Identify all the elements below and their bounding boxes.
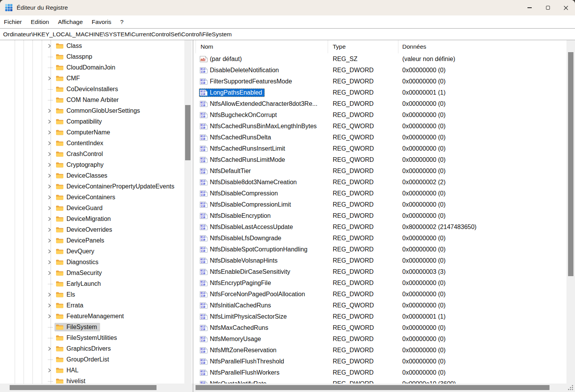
resize-grip-icon[interactable] (568, 385, 573, 390)
chevron-right-icon[interactable] (48, 335, 54, 341)
values-vertical-scrollbar-thumb[interactable] (568, 52, 573, 276)
value-row-ntfsdisable8dot3namecreation[interactable]: ab 011 110 NtfsDisable8dot3NameCreation … (193, 176, 575, 188)
tree-item-devicecontainerpropertyupdateevents[interactable]: DeviceContainerPropertyUpdateEvents (0, 181, 193, 192)
values-horizontal-scrollbar[interactable] (193, 384, 566, 392)
value-row-ntfsforcenonpagedpoolallocation[interactable]: ab 011 110 NtfsForceNonPagedPoolAllocati… (193, 288, 575, 300)
value-row-par-d-faut[interactable]: ab 011 110 (par défaut) REG_SZ (valeur n… (193, 53, 575, 64)
value-row-ntfsenabledircasesensitivity[interactable]: ab 011 110 NtfsEnableDirCaseSensitivity … (193, 266, 575, 277)
value-row-ntfsparallelflushworkers[interactable]: ab 011 110 NtfsParallelFlushWorkers REG_… (193, 367, 575, 378)
tree-item-hal[interactable]: HAL (0, 365, 193, 376)
tree-item-commonglobusersettings[interactable]: CommonGlobUserSettings (0, 105, 193, 116)
tree-item-dmasecurity[interactable]: DmaSecurity (0, 268, 193, 278)
chevron-right-icon[interactable] (48, 324, 54, 330)
tree-item-deviceoverrides[interactable]: DeviceOverrides (0, 224, 193, 235)
value-row-disabledeletenotification[interactable]: ab 011 110 DisableDeleteNotification REG… (193, 64, 575, 76)
chevron-right-icon[interactable] (48, 292, 54, 297)
close-button[interactable] (557, 0, 575, 15)
value-row-ntfsdisablevolsnaphints[interactable]: ab 011 110 NtfsDisableVolsnapHints REG_D… (193, 255, 575, 266)
value-row-ntfsmemoryusage[interactable]: ab 011 110 NtfsMemoryUsage REG_DWORD 0x0… (193, 333, 575, 344)
chevron-right-icon[interactable] (48, 205, 54, 211)
tree-item-grouporderlist[interactable]: GroupOrderList (0, 354, 193, 365)
value-row-longpathsenabled[interactable]: ab 011 110 LongPathsEnabled REG_DWORD 0x… (193, 87, 575, 98)
tree-item-devicemigration[interactable]: DeviceMigration (0, 214, 193, 224)
chevron-right-icon[interactable] (48, 108, 54, 114)
value-row-ntfsmftzonereservation[interactable]: ab 011 110 NtfsMftZoneReservation REG_DW… (193, 344, 575, 356)
tree-item-devicecontainers[interactable]: DeviceContainers (0, 192, 193, 203)
value-row-ntfsdisableencryption[interactable]: ab 011 110 NtfsDisableEncryption REG_DWO… (193, 210, 575, 221)
chevron-right-icon[interactable] (48, 173, 54, 178)
tree-item-compatibility[interactable]: Compatibility (0, 116, 193, 127)
menu-edition[interactable]: Edition (31, 19, 49, 25)
value-row-ntfsdisablecompressionlimit[interactable]: ab 011 110 NtfsDisableCompressionLimit R… (193, 199, 575, 210)
value-row-ntfsdisablelfsdowngrade[interactable]: ab 011 110 NtfsDisableLfsDowngrade REG_D… (193, 232, 575, 244)
chevron-right-icon[interactable] (48, 184, 54, 189)
value-row-ntfsdisablecompression[interactable]: ab 011 110 NtfsDisableCompression REG_DW… (193, 188, 575, 199)
tree-item-cmf[interactable]: CMF (0, 73, 193, 84)
value-row-ntfsinitialcachedruns[interactable]: ab 011 110 NtfsInitialCachedRuns REG_QWO… (193, 300, 575, 311)
chevron-right-icon[interactable] (48, 368, 54, 373)
tree-vertical-scrollbar[interactable] (184, 40, 192, 384)
menu-aide[interactable]: ? (120, 19, 124, 25)
chevron-right-icon[interactable] (48, 130, 54, 135)
tree-item-filesystemutilities[interactable]: FileSystemUtilities (0, 333, 193, 343)
tree-item-devicepanels[interactable]: DevicePanels (0, 235, 193, 246)
tree-item-earlylaunch[interactable]: EarlyLaunch (0, 278, 193, 289)
chevron-right-icon[interactable] (48, 119, 54, 124)
value-row-ntfsmaxcachedruns[interactable]: ab 011 110 NtfsMaxCachedRuns REG_QWORD 0… (193, 322, 575, 333)
chevron-right-icon[interactable] (48, 303, 54, 308)
chevron-right-icon[interactable] (48, 151, 54, 157)
chevron-right-icon[interactable] (48, 249, 54, 254)
values-horizontal-scrollbar-thumb[interactable] (196, 385, 549, 390)
menu-fichier[interactable]: Fichier (4, 19, 22, 25)
tree-item-clouddomainjoin[interactable]: CloudDomainJoin (0, 62, 193, 73)
tree-item-contentindex[interactable]: ContentIndex (0, 138, 193, 149)
chevron-right-icon[interactable] (48, 97, 54, 103)
tree-vertical-scrollbar-thumb[interactable] (185, 105, 191, 160)
tree-item-classpnp[interactable]: Classpnp (0, 51, 193, 62)
value-row-ntfscachedrunsbinmaxlengthinbytes[interactable]: ab 011 110 NtfsCachedRunsBinMaxLengthInB… (193, 120, 575, 132)
value-row-ntfslimitphysicalsectorsize[interactable]: ab 011 110 NtfsLimitPhysicalSectorSize R… (193, 311, 575, 322)
tree-item-computername[interactable]: ComputerName (0, 127, 193, 138)
maximize-button[interactable] (539, 0, 557, 15)
tree-item-com-name-arbiter[interactable]: COM Name Arbiter (0, 95, 193, 105)
tree-item-class[interactable]: Class (0, 41, 193, 51)
chevron-right-icon[interactable] (48, 270, 54, 276)
value-row-ntfscachedrunslimitmode[interactable]: ab 011 110 NtfsCachedRunsLimitMode REG_Q… (193, 154, 575, 165)
menu-affichage[interactable]: Affichage (58, 19, 83, 25)
chevron-right-icon[interactable] (48, 378, 54, 384)
value-row-ntfsparallelflushthreshold[interactable]: ab 011 110 NtfsParallelFlushThreshold RE… (193, 356, 575, 367)
menu-favoris[interactable]: Favoris (92, 19, 111, 25)
value-row-ntfsdisablespotcorruptionhandling[interactable]: ab 011 110 NtfsDisableSpotCorruptionHand… (193, 244, 575, 255)
chevron-right-icon[interactable] (48, 314, 54, 319)
value-row-ntfsbugcheckoncorrupt[interactable]: ab 011 110 NtfsBugcheckOnCorrupt REG_DWO… (193, 109, 575, 120)
chevron-right-icon[interactable] (48, 141, 54, 146)
chevron-right-icon[interactable] (48, 65, 54, 70)
chevron-right-icon[interactable] (48, 346, 54, 351)
tree-item-deviceguard[interactable]: DeviceGuard (0, 203, 193, 214)
value-row-filtersupportedfeaturesmode[interactable]: ab 011 110 FilterSupportedFeaturesMode R… (193, 76, 575, 87)
tree-item-codeviceinstallers[interactable]: CoDeviceInstallers (0, 84, 193, 95)
tree-item-devquery[interactable]: DevQuery (0, 246, 193, 257)
chevron-right-icon[interactable] (48, 238, 54, 243)
chevron-right-icon[interactable] (48, 43, 54, 49)
chevron-right-icon[interactable] (48, 162, 54, 168)
tree-item-crashcontrol[interactable]: CrashControl (0, 149, 193, 160)
column-header-data[interactable]: Données (398, 40, 566, 53)
chevron-right-icon[interactable] (48, 281, 54, 287)
column-header-type[interactable]: Type (328, 40, 398, 53)
value-row-ntfsallowextendedcharacter8dot3re[interactable]: ab 011 110 NtfsAllowExtendedCharacter8do… (193, 98, 575, 109)
tree-item-cryptography[interactable]: Cryptography (0, 160, 193, 170)
tree-item-els[interactable]: Els (0, 289, 193, 300)
value-row-ntfscachedrunsdelta[interactable]: ab 011 110 NtfsCachedRunsDelta REG_QWORD… (193, 132, 575, 143)
value-row-ntfsencryptpagingfile[interactable]: ab 011 110 NtfsEncryptPagingFile REG_DWO… (193, 277, 575, 288)
values-vertical-scrollbar[interactable] (566, 40, 575, 392)
tree-item-errata[interactable]: Errata (0, 300, 193, 311)
chevron-right-icon[interactable] (48, 87, 54, 92)
chevron-right-icon[interactable] (48, 195, 54, 200)
tree-item-filesystem[interactable]: FileSystem (0, 322, 193, 333)
chevron-right-icon[interactable] (48, 260, 54, 265)
address-bar[interactable]: Ordinateur\HKEY_LOCAL_MACHINE\SYSTEM\Cur… (0, 28, 575, 40)
tree-horizontal-scrollbar-thumb[interactable] (10, 385, 157, 390)
value-row-ntfsdefaulttier[interactable]: ab 011 110 NtfsDefaultTier REG_DWORD 0x0… (193, 165, 575, 176)
column-header-name[interactable]: Nom (196, 40, 328, 53)
